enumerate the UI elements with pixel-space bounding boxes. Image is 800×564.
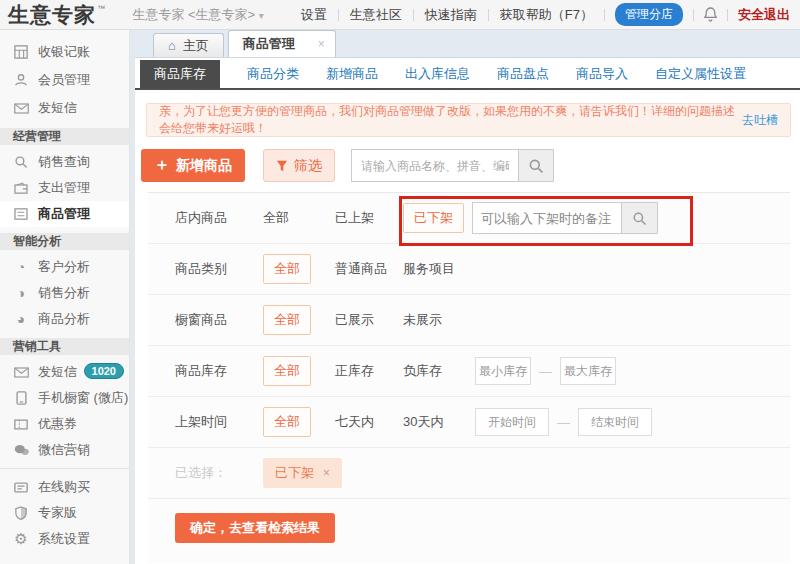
selected-filter-tag[interactable]: 已下架 × [263, 458, 342, 488]
sidebar-item-send-sms[interactable]: 发短信 [0, 94, 129, 122]
store-switcher[interactable]: 生意专家 <生意专家> ▾ [132, 6, 263, 24]
option-all-selected[interactable]: 全部 [263, 305, 311, 335]
sidebar-item-label: 优惠券 [38, 415, 77, 433]
feedback-link[interactable]: 去吐槽 [742, 112, 778, 129]
option-service-items[interactable]: 服务项目 [403, 260, 475, 278]
min-stock-input[interactable] [475, 357, 531, 385]
sidebar-item-label: 客户分析 [38, 258, 90, 276]
sidebar-item-sales-query[interactable]: 销售查询 [0, 149, 129, 175]
option-negative-stock[interactable]: 负库存 [403, 362, 475, 380]
nav-settings[interactable]: 设置 [290, 6, 338, 24]
note-search-button[interactable] [622, 202, 658, 234]
home-icon: ⌂ [168, 38, 176, 53]
subnav-item-categories[interactable]: 商品分类 [247, 60, 299, 88]
filter-panel: 店内商品 全部 已上架 已下架 商品类别 全部 普通商品 服务项目 橱窗商品 全… [148, 192, 790, 563]
phone-icon [13, 391, 29, 405]
option-all[interactable]: 全部 [263, 209, 335, 227]
option-off-shelf-selected[interactable]: 已下架 [403, 203, 464, 233]
magnifier-icon [528, 158, 544, 174]
tag-close-icon[interactable]: × [323, 466, 330, 480]
shield-icon [13, 506, 29, 520]
divider [0, 468, 129, 469]
option-not-displayed[interactable]: 未展示 [403, 311, 475, 329]
toolbar: ＋ 新增商品 筛选 [141, 149, 800, 182]
option-all-selected[interactable]: 全部 [263, 356, 311, 386]
pie-chart-icon: ◑ [13, 285, 29, 301]
option-displayed[interactable]: 已展示 [335, 311, 403, 329]
list-icon [13, 208, 29, 220]
filter-label: 筛选 [294, 157, 322, 175]
sidebar-item-coupons[interactable]: 优惠券 [0, 411, 129, 437]
close-icon[interactable]: × [318, 37, 325, 51]
sidebar-item-mobile-showcase[interactable]: 手机橱窗 (微店) [0, 385, 129, 411]
sidebar-item-customer-analysis[interactable]: ◔ 客户分析 [0, 254, 129, 280]
sidebar-item-label: 商品分析 [38, 310, 90, 328]
option-within-7-days[interactable]: 七天内 [335, 413, 403, 431]
trademark-mark: ™ [97, 4, 105, 13]
calculator-grid-icon [13, 45, 29, 59]
filter-row-stock: 商品库存 全部 正库存 负库存 — [148, 346, 790, 397]
sidebar-item-product-management[interactable]: 商品管理 [0, 201, 129, 227]
sidebar-section-marketing-tools: 营销工具 [0, 338, 129, 355]
manage-branch-button[interactable]: 管理分店 [615, 3, 683, 26]
filter-button[interactable]: 筛选 [263, 149, 335, 182]
range-dash: — [557, 415, 570, 430]
sidebar-item-label: 会员管理 [38, 71, 90, 89]
sidebar-item-expert-edition[interactable]: 专家版 [0, 500, 129, 526]
sidebar-item-label: 发短信 [38, 363, 77, 381]
max-stock-input[interactable] [560, 357, 616, 385]
product-search-input[interactable] [351, 149, 519, 182]
tag-label: 已下架 [275, 464, 314, 482]
sidebar-item-label: 手机橱窗 (微店) [38, 389, 128, 407]
tab-label: 商品管理 [243, 35, 295, 53]
end-time-input[interactable] [578, 408, 652, 436]
subnav-item-import[interactable]: 商品导入 [576, 60, 628, 88]
subnav-item-custom-attributes[interactable]: 自定义属性设置 [655, 60, 746, 88]
product-search-group [351, 149, 554, 182]
option-all-selected[interactable]: 全部 [263, 254, 311, 284]
filter-row-label: 商品库存 [175, 362, 263, 380]
tab-product-management[interactable]: 商品管理 × [228, 30, 336, 57]
option-positive-stock[interactable]: 正库存 [335, 362, 403, 380]
logout-button[interactable]: 安全退出 [728, 6, 800, 24]
sidebar-item-label: 发短信 [38, 99, 77, 117]
nav-quick-guide[interactable]: 快速指南 [414, 6, 488, 24]
nav-get-help[interactable]: 获取帮助（F7） [489, 6, 604, 24]
off-shelf-note-group [472, 202, 658, 234]
sidebar-item-system-settings[interactable]: ⚙ 系统设置 [0, 526, 129, 552]
sidebar-item-wechat-marketing[interactable]: 微信营销 [0, 437, 129, 463]
main-content: ⌂ 主页 商品管理 × 商品库存 商品分类 新增商品 出入库信息 商品盘点 商品… [135, 30, 800, 564]
start-time-input[interactable] [475, 408, 549, 436]
filter-row-category: 商品类别 全部 普通商品 服务项目 [148, 244, 790, 295]
confirm-search-button[interactable]: 确定，去查看检索结果 [175, 513, 335, 543]
sidebar-item-sales-analysis[interactable]: ◑ 销售分析 [0, 280, 129, 306]
option-within-30-days[interactable]: 30天内 [403, 413, 475, 431]
search-button[interactable] [519, 149, 554, 182]
sidebar-item-label: 收银记账 [38, 43, 90, 61]
bell-icon[interactable] [694, 7, 727, 22]
off-shelf-note-input[interactable] [472, 202, 622, 234]
subnav-item-in-out-info[interactable]: 出入库信息 [405, 60, 470, 88]
sidebar-item-expense-management[interactable]: 支出管理 [0, 175, 129, 201]
sidebar-item-member-management[interactable]: 会员管理 [0, 66, 129, 94]
subnav-item-inventory[interactable]: 商品库存 [140, 60, 220, 88]
subnav-item-add-product[interactable]: 新增商品 [326, 60, 378, 88]
subnav-item-stocktake[interactable]: 商品盘点 [497, 60, 549, 88]
filter-row-label: 上架时间 [175, 413, 263, 431]
option-all-selected[interactable]: 全部 [263, 407, 311, 437]
card-icon [13, 482, 29, 493]
sidebar-item-send-sms-marketing[interactable]: 发短信 1020 [0, 359, 129, 385]
add-product-button[interactable]: ＋ 新增商品 [141, 149, 245, 182]
option-normal-goods[interactable]: 普通商品 [335, 260, 403, 278]
sidebar-item-label: 销售分析 [38, 284, 90, 302]
nav-community[interactable]: 生意社区 [339, 6, 413, 24]
top-header: 生意专家 ™ 生意专家 <生意专家> ▾ 设置 生意社区 快速指南 获取帮助（F… [0, 0, 800, 30]
sidebar-item-online-purchase[interactable]: 在线购买 [0, 474, 129, 500]
sidebar-item-cashier-accounting[interactable]: 收银记账 [0, 38, 129, 66]
option-on-shelf[interactable]: 已上架 [335, 209, 403, 227]
tab-home[interactable]: ⌂ 主页 [153, 33, 224, 57]
search-icon [13, 155, 29, 169]
sidebar-item-product-analysis[interactable]: ◕ 商品分析 [0, 306, 129, 332]
add-product-label: 新增商品 [176, 157, 232, 175]
header-nav: 设置 生意社区 快速指南 获取帮助（F7） 管理分店 安全退出 [290, 0, 800, 29]
